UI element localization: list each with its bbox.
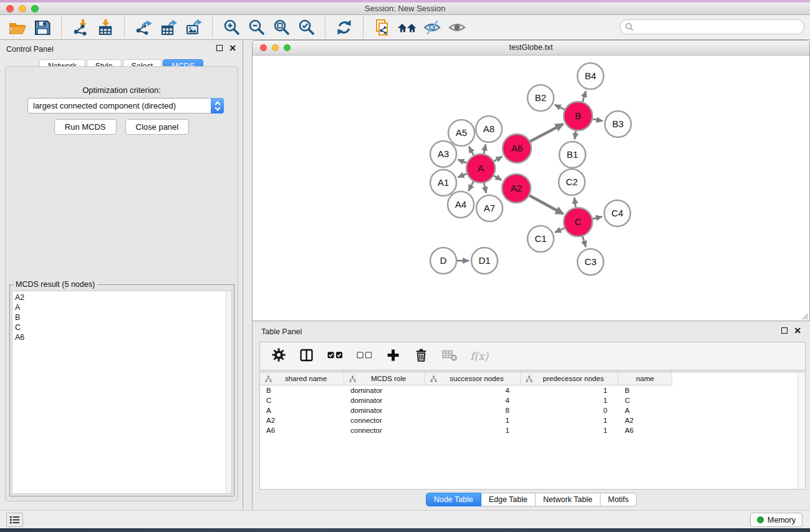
cell[interactable]: dominator (344, 397, 425, 404)
zoom-out-button[interactable] (246, 17, 266, 37)
cell[interactable]: 1 (521, 387, 619, 394)
search-input[interactable] (634, 21, 804, 33)
cell[interactable]: A (260, 407, 344, 414)
float-panel-icon[interactable] (781, 327, 788, 334)
dropdown-stepper-icon[interactable] (211, 98, 224, 114)
column-header-successor-nodes[interactable]: successor nodes (425, 372, 521, 385)
cell[interactable]: 4 (425, 397, 521, 404)
graph-node-A1[interactable]: A1 (430, 170, 456, 196)
delete-columns-button[interactable] (413, 347, 429, 365)
graph-node-A7[interactable]: A7 (476, 195, 503, 221)
delete-table-button[interactable] (441, 348, 458, 364)
edge-B-B2[interactable] (555, 105, 565, 110)
minimize-window-button[interactable] (19, 5, 26, 12)
edge-A2-C[interactable] (529, 196, 563, 215)
resize-grip-icon[interactable] (800, 311, 809, 320)
cell[interactable]: 1 (425, 417, 521, 424)
column-header-predecessor-nodes[interactable]: predecessor nodes (521, 372, 619, 385)
zoom-window-button[interactable] (31, 5, 39, 12)
graph-node-A[interactable]: A (466, 154, 495, 183)
save-session-button[interactable] (32, 17, 52, 37)
list-scrollbar[interactable] (226, 291, 231, 493)
cell[interactable]: 1 (521, 427, 619, 434)
graph-node-C3[interactable]: C3 (577, 249, 604, 275)
optimization-criterion-dropdown[interactable]: largest connected component (directed) (27, 98, 224, 114)
edge-C-C1[interactable] (555, 228, 564, 233)
result-item-A2[interactable]: A2 (15, 293, 224, 302)
graph-node-C1[interactable]: C1 (528, 226, 554, 252)
create-column-button[interactable] (385, 347, 401, 365)
graph-node-A4[interactable]: A4 (448, 191, 474, 218)
table-row-A6[interactable]: A6connector11A6 (260, 425, 805, 435)
cell[interactable]: C (260, 397, 344, 404)
table-row-B[interactable]: Bdominator41B (260, 385, 805, 395)
edge-A-A5[interactable] (469, 147, 474, 155)
close-window-button[interactable] (6, 5, 14, 12)
float-panel-icon[interactable] (216, 45, 223, 51)
result-item-A[interactable]: A (15, 302, 224, 312)
cell[interactable]: C (619, 397, 672, 404)
cell[interactable]: 1 (521, 397, 619, 404)
select-all-columns-button[interactable] (327, 347, 344, 365)
cell[interactable]: A (619, 407, 672, 414)
edge-A-A4[interactable] (468, 181, 473, 191)
clone-network-button[interactable] (372, 17, 392, 37)
graph-node-A5[interactable]: A5 (448, 120, 475, 146)
network-window-controls[interactable] (260, 41, 291, 55)
open-session-button[interactable] (7, 17, 27, 37)
task-history-button[interactable] (6, 513, 23, 527)
edge-A6-B[interactable] (530, 124, 563, 142)
graph-node-D1[interactable]: D1 (471, 248, 498, 274)
cell[interactable]: A6 (619, 427, 672, 434)
edge-A-A2[interactable] (494, 176, 502, 180)
cell[interactable]: A2 (619, 417, 672, 424)
edge-A-A6[interactable] (494, 157, 502, 161)
cell[interactable]: 0 (521, 407, 619, 414)
graph-node-B4[interactable]: B4 (577, 63, 604, 89)
function-builder-button[interactable]: f(x) (470, 350, 488, 362)
refresh-button[interactable] (334, 17, 354, 37)
show-columns-button[interactable] (299, 347, 314, 365)
edge-B-B4[interactable] (582, 91, 586, 102)
table-mode-settings-button[interactable] (271, 347, 286, 365)
close-panel-icon[interactable]: ✕ (794, 327, 801, 334)
hide-selected-button[interactable] (422, 17, 442, 37)
graph-node-B[interactable]: B (564, 102, 592, 130)
show-all-button[interactable] (447, 17, 467, 37)
edge-B-B3[interactable] (593, 119, 603, 121)
cell[interactable]: A6 (260, 427, 344, 434)
node-table[interactable]: shared nameMCDS rolesuccessor nodesprede… (259, 372, 806, 490)
zoom-fit-button[interactable] (271, 17, 291, 37)
cell[interactable]: A2 (260, 417, 344, 424)
cell[interactable]: 1 (425, 427, 521, 434)
tab-node-table[interactable]: Node Table (426, 493, 481, 506)
graph-node-A3[interactable]: A3 (430, 141, 456, 167)
table-row-A2[interactable]: A2connector11A2 (260, 415, 805, 425)
unselect-all-columns-button[interactable] (356, 347, 373, 365)
edge-C-C3[interactable] (582, 236, 586, 247)
graph-node-C4[interactable]: C4 (604, 200, 630, 226)
tab-network-table[interactable]: Network Table (536, 493, 600, 506)
edge-C-C4[interactable] (592, 216, 602, 218)
graph-node-A6[interactable]: A6 (503, 134, 531, 163)
column-header-MCDS-role[interactable]: MCDS role (344, 372, 425, 385)
result-item-A6[interactable]: A6 (15, 332, 224, 342)
cell[interactable]: connector (344, 427, 425, 434)
cybrowser-home-button[interactable] (397, 17, 417, 37)
graph-node-A2[interactable]: A2 (502, 174, 531, 203)
close-panel-button[interactable]: Close panel (125, 119, 190, 135)
edge-B-B1[interactable] (575, 131, 576, 140)
cell[interactable]: B (619, 387, 672, 394)
cell[interactable]: dominator (344, 407, 425, 414)
graph-node-C[interactable]: C (564, 208, 592, 236)
tab-edge-table[interactable]: Edge Table (481, 493, 536, 506)
minimize-network-button[interactable] (272, 44, 279, 51)
result-item-B[interactable]: B (15, 312, 224, 322)
run-mcds-button[interactable]: Run MCDS (54, 119, 117, 135)
zoom-selected-button[interactable] (296, 17, 316, 37)
zoom-in-button[interactable] (221, 17, 241, 37)
memory-button[interactable]: Memory (750, 513, 803, 527)
cell[interactable]: 4 (425, 387, 521, 394)
export-network-button[interactable] (133, 17, 153, 37)
edge-A-A1[interactable] (458, 174, 466, 178)
